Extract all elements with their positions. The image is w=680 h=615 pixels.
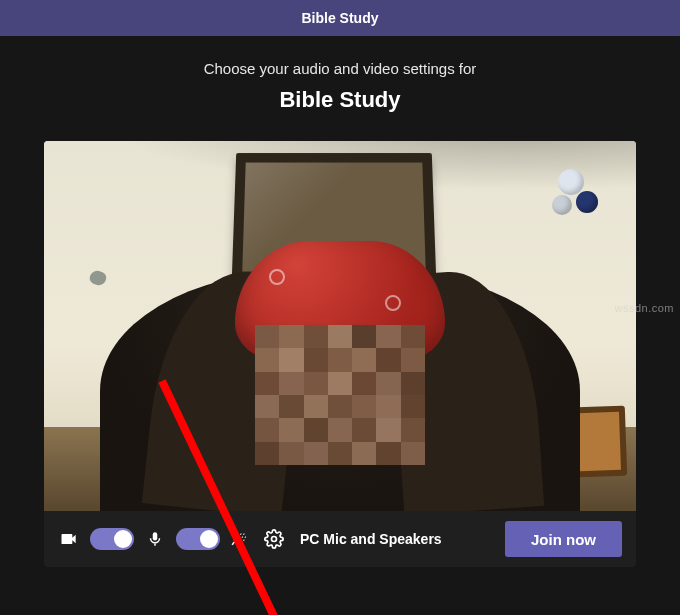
svg-rect-0 bbox=[154, 544, 156, 546]
window-title: Bible Study bbox=[301, 10, 378, 26]
mic-icon bbox=[144, 528, 166, 550]
camera-preview bbox=[44, 141, 636, 511]
prejoin-toolbar: PC Mic and Speakers Join now bbox=[44, 511, 636, 567]
pixelated-face bbox=[255, 325, 425, 465]
audio-device-label[interactable]: PC Mic and Speakers bbox=[300, 531, 442, 547]
window-titlebar: Bible Study bbox=[0, 0, 680, 36]
camera-toggle[interactable] bbox=[90, 528, 134, 550]
meeting-name: Bible Study bbox=[0, 87, 680, 113]
camera-icon bbox=[58, 528, 80, 550]
gear-icon[interactable] bbox=[264, 529, 284, 549]
svg-point-1 bbox=[234, 536, 239, 541]
background-effects-icon[interactable] bbox=[230, 530, 248, 548]
svg-point-2 bbox=[272, 537, 277, 542]
preview-area: PC Mic and Speakers Join now bbox=[44, 141, 636, 567]
settings-subheading: Choose your audio and video settings for bbox=[0, 60, 680, 77]
balloons bbox=[546, 169, 602, 249]
join-now-button[interactable]: Join now bbox=[505, 521, 622, 557]
watermark: wssdn.com bbox=[614, 302, 674, 314]
prejoin-panel: Choose your audio and video settings for… bbox=[0, 36, 680, 567]
mic-toggle[interactable] bbox=[176, 528, 220, 550]
